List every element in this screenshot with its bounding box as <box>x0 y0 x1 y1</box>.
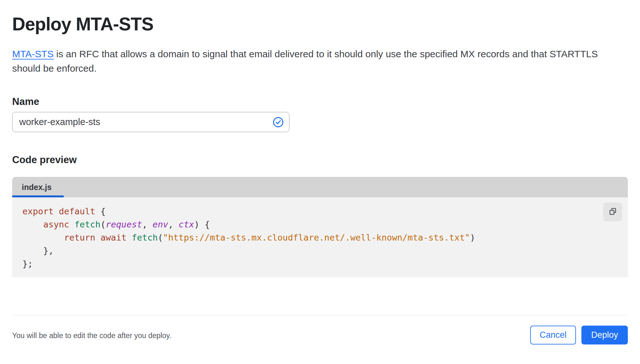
footer-divider <box>12 315 628 315</box>
code-preview-label: Code preview <box>12 154 77 166</box>
code-lines: export default { async fetch(request, en… <box>22 205 475 270</box>
cancel-button[interactable]: Cancel <box>530 326 576 344</box>
copy-icon <box>608 207 618 217</box>
footer-note: You will be able to edit the code after … <box>12 331 171 340</box>
name-input[interactable] <box>12 112 289 132</box>
deploy-button[interactable]: Deploy <box>581 326 628 344</box>
check-circle-icon <box>273 117 284 128</box>
description: MTA-STS is an RFC that allows a domain t… <box>12 47 618 75</box>
description-text: is an RFC that allows a domain to signal… <box>12 49 598 74</box>
tab-strip: index.js <box>12 177 628 197</box>
copy-button[interactable] <box>603 202 622 221</box>
tab-label: index.js <box>22 183 52 192</box>
code-preview-block: index.js export default { async fetch(re… <box>12 177 628 277</box>
name-label: Name <box>12 96 39 107</box>
page-title: Deploy MTA-STS <box>12 13 153 35</box>
mta-sts-link[interactable]: MTA-STS <box>12 49 53 59</box>
code-editor: export default { async fetch(request, en… <box>12 197 628 277</box>
tab-index-js[interactable]: index.js <box>12 177 64 197</box>
